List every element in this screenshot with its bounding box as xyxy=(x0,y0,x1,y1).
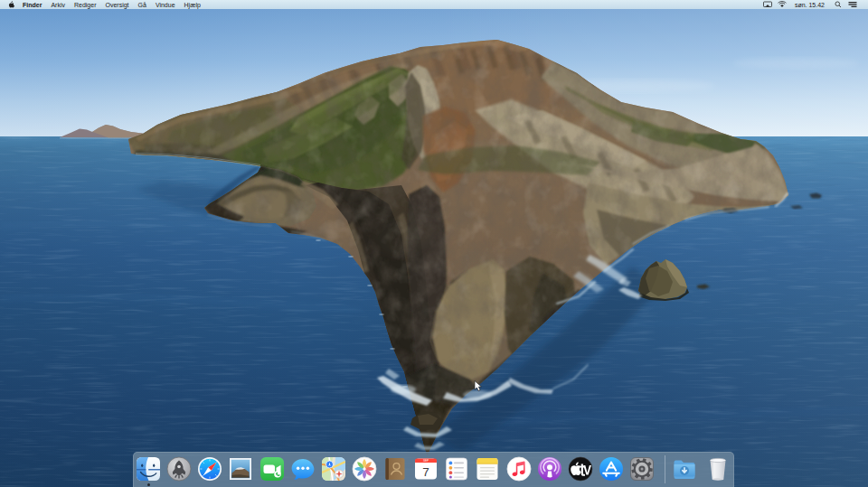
svg-text:SEP: SEP xyxy=(423,459,429,463)
svg-text:7: 7 xyxy=(422,465,429,479)
